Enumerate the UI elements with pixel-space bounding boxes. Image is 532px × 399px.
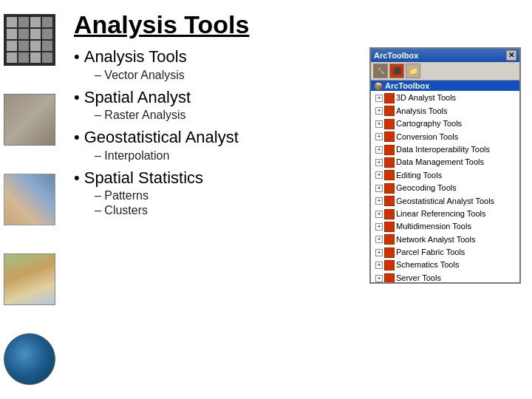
arctoolbox-selected-label: ArcToolbox xyxy=(385,81,429,90)
expand-icon[interactable]: + xyxy=(375,107,383,115)
tool-icon xyxy=(384,170,395,180)
toolbar-icon-1[interactable]: 🔧 xyxy=(373,64,388,78)
tool-icon xyxy=(384,234,395,245)
bullet-main-3: • Geostatistical Analyst xyxy=(74,128,362,147)
tree-item[interactable]: + Conversion Tools xyxy=(371,131,519,143)
tool-icon xyxy=(384,119,395,129)
tree-item-label: Geostatistical Analyst Tools xyxy=(396,196,494,207)
expand-icon[interactable]: + xyxy=(375,249,383,256)
arctoolbox-panel: ArcToolbox ✕ 🔧 ⬛ 📁 📦 ArcToolbox + 3D Ana… xyxy=(369,47,521,284)
arctoolbox-tree: + 3D Analyst Tools + Analysis Tools + Ca… xyxy=(371,91,519,282)
bullet-main-2: • Spatial Analyst xyxy=(74,88,362,107)
tree-item[interactable]: + Geostatistical Analyst Tools xyxy=(371,195,519,208)
tree-item-label: Server Tools xyxy=(396,273,441,283)
tree-item[interactable]: + Analysis Tools xyxy=(371,105,519,117)
tool-icon xyxy=(384,196,395,206)
tool-icon xyxy=(384,157,395,168)
tool-icon xyxy=(384,248,395,258)
toolbar-icon-2[interactable]: ⬛ xyxy=(389,64,404,78)
tree-item-label: Schematics Tools xyxy=(396,259,459,270)
sidebar-image-5 xyxy=(0,319,59,399)
tree-item-label: Conversion Tools xyxy=(396,132,458,143)
tree-item-label: Network Analyst Tools xyxy=(396,234,475,245)
expand-icon[interactable]: + xyxy=(375,171,383,179)
expand-icon[interactable]: + xyxy=(375,185,383,192)
tree-item[interactable]: + Parcel Fabric Tools xyxy=(371,246,519,259)
expand-icon[interactable]: + xyxy=(375,197,383,205)
bullet-text-3: Geostatistical Analyst xyxy=(84,128,239,147)
terrain-decoration xyxy=(4,253,55,305)
tree-item[interactable]: + Multidimension Tools xyxy=(371,220,519,233)
bullet-sub-1: Vector Analysis xyxy=(95,69,362,82)
bullet-sub-2: Raster Analysis xyxy=(95,109,362,122)
sidebar-image-4 xyxy=(0,239,59,319)
tree-item[interactable]: + Network Analyst Tools xyxy=(371,233,519,246)
tool-icon xyxy=(384,222,395,232)
main-content: Analysis Tools • Analysis Tools Vector A… xyxy=(59,0,532,399)
toolbar-icon-3[interactable]: 📁 xyxy=(406,64,420,78)
tool-icon xyxy=(384,106,395,116)
sidebar xyxy=(0,0,59,399)
sidebar-image-3 xyxy=(0,160,59,239)
tree-item[interactable]: + Data Management Tools xyxy=(371,156,519,168)
bullet-main-4: • Spatial Statistics xyxy=(74,168,362,188)
bullet-sub-4b: Clusters xyxy=(95,204,362,217)
expand-icon[interactable]: + xyxy=(375,120,383,128)
bullet-text-2: Spatial Analyst xyxy=(84,88,191,107)
expand-icon[interactable]: + xyxy=(375,236,383,243)
tree-item-label: 3D Analyst Tools xyxy=(396,92,456,103)
bullet-dot-1: • xyxy=(74,47,80,66)
map-decoration xyxy=(4,174,55,225)
bullet-main-1: • Analysis Tools xyxy=(74,47,362,66)
bullet-item-2: • Spatial Analyst Raster Analysis xyxy=(74,88,362,122)
tool-icon xyxy=(384,273,395,283)
tool-icon xyxy=(384,209,395,219)
tool-icon xyxy=(384,93,395,103)
tree-item[interactable]: + Cartography Tools xyxy=(371,117,519,130)
expand-icon[interactable]: + xyxy=(375,146,383,154)
bullet-dot-2: • xyxy=(74,88,80,107)
sidebar-image-2 xyxy=(0,80,59,160)
tree-item[interactable]: + Server Tools xyxy=(371,272,519,283)
sidebar-image-1 xyxy=(0,0,59,80)
content-area: • Analysis Tools Vector Analysis • Spati… xyxy=(74,47,521,392)
grid-icon xyxy=(4,14,55,66)
tree-item-label: Cartography Tools xyxy=(396,118,462,129)
arctoolbox-title: ArcToolbox xyxy=(374,51,418,60)
tree-item[interactable]: + Schematics Tools xyxy=(371,259,519,271)
bullet-text-4: Spatial Statistics xyxy=(84,168,203,188)
bullet-text-1: Analysis Tools xyxy=(84,47,187,66)
bullet-item-1: • Analysis Tools Vector Analysis xyxy=(74,47,362,81)
bullet-dot-3: • xyxy=(74,128,80,147)
bullet-item-3: • Geostatistical Analyst Interpolation xyxy=(74,128,362,162)
expand-icon[interactable]: + xyxy=(375,159,383,166)
bullet-list: • Analysis Tools Vector Analysis • Spati… xyxy=(74,47,362,392)
arctoolbox-selected-row[interactable]: 📦 ArcToolbox xyxy=(371,81,519,91)
tool-icon xyxy=(384,260,395,270)
tree-item-label: Multidimension Tools xyxy=(396,221,471,232)
tree-item-label: Editing Tools xyxy=(396,170,442,181)
tool-icon xyxy=(384,183,395,194)
tree-item-label: Linear Referencing Tools xyxy=(396,208,485,219)
expand-icon[interactable]: + xyxy=(375,275,383,282)
tree-item[interactable]: + Data Interoperability Tools xyxy=(371,143,519,156)
tree-item[interactable]: + Linear Referencing Tools xyxy=(371,208,519,220)
tree-item[interactable]: + Geocoding Tools xyxy=(371,182,519,194)
earth-decoration xyxy=(4,333,55,385)
tree-item[interactable]: + 3D Analyst Tools xyxy=(371,92,519,104)
bullet-dot-4: • xyxy=(74,168,80,188)
expand-icon[interactable]: + xyxy=(375,211,383,218)
tree-item-label: Data Management Tools xyxy=(396,157,484,168)
stone-decoration xyxy=(4,94,55,146)
tree-item-label: Analysis Tools xyxy=(396,106,448,117)
expand-icon[interactable]: + xyxy=(375,95,383,102)
expand-icon[interactable]: + xyxy=(375,223,383,231)
arctoolbox-close-button[interactable]: ✕ xyxy=(506,50,516,61)
tree-item[interactable]: + Editing Tools xyxy=(371,169,519,182)
bullet-sub-3: Interpolation xyxy=(95,149,362,163)
expand-icon[interactable]: + xyxy=(375,133,383,140)
bullet-item-4: • Spatial Statistics Patterns Clusters xyxy=(74,168,362,217)
expand-icon[interactable]: + xyxy=(375,262,383,269)
page-title: Analysis Tools xyxy=(74,11,521,38)
tool-icon xyxy=(384,132,395,142)
